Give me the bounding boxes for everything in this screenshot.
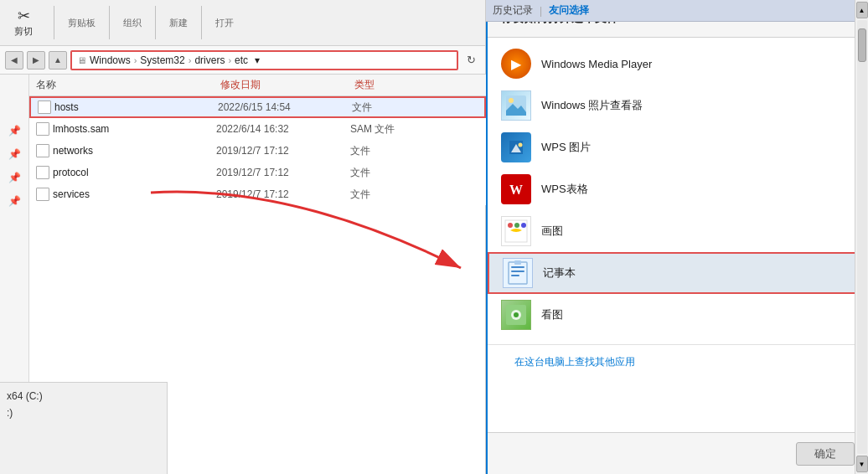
svg-text:W: W [509,183,523,197]
app-name-paint: 画图 [541,224,563,239]
toolbar: ✂ 剪切 剪贴板 组织 新建 打开 [0,0,485,46]
app-name-wps-img: WPS 图片 [541,140,591,155]
file-date-lmhosts: 2022/6/14 16:32 [216,123,350,135]
bottom-item-d[interactable]: :) [7,404,160,421]
svg-rect-14 [511,275,519,276]
file-type-lmhosts: SAM 文件 [350,122,434,137]
path-part-drivers: drivers [194,54,225,66]
app-item-wps-img[interactable]: WPS 图片 [488,126,868,168]
app-item-viewer[interactable]: 看图 [488,294,868,336]
file-row-lmhosts[interactable]: lmhosts.sam 2022/6/14 16:32 SAM 文件 [29,118,486,140]
forward-button[interactable]: ▶ [27,51,45,70]
clipboard-label: 剪贴板 [68,17,96,29]
toolbar-separator-3 [155,6,156,39]
file-row-networks[interactable]: networks 2019/12/7 17:12 文件 [29,140,486,162]
file-icon-hosts [38,100,51,114]
svg-point-8 [508,223,513,228]
app-item-wmp[interactable]: ▶ Windows Media Player [488,43,868,85]
top-right-bar: 历史记录 | 友问选择 [486,0,855,22]
wps-sheet-icon: W [501,174,531,204]
sep1: › [134,55,137,65]
address-bar: ◀ ▶ ▲ 🖥 Windows › System32 › drivers › e… [0,46,485,75]
file-row-services[interactable]: services 2019/12/7 17:12 文件 [29,183,486,205]
file-type-networks: 文件 [350,144,434,158]
back-button[interactable]: ◀ [5,51,23,70]
app-icon-notepad-container [503,258,533,288]
file-name-protocol: protocol [53,167,216,178]
app-icon-viewer-container [501,300,531,330]
path-part-etc: etc [235,54,248,66]
cut-icon: ✂ [18,8,30,23]
sep3: › [228,55,231,65]
file-row-protocol[interactable]: protocol 2019/12/7 17:12 文件 [29,162,486,183]
svg-rect-13 [511,270,524,272]
svg-point-10 [521,223,526,228]
pin-4[interactable]: 📌 [8,195,20,207]
up-button[interactable]: ▲ [49,51,67,70]
pin-1[interactable]: 📌 [8,125,20,137]
app-icon-wmp: ▶ [501,49,531,79]
app-icon-photos [501,90,531,121]
file-icon-networks [36,144,49,157]
open-with-panel: 你要如何打开这个文件? ▶ Windows Media Player W [486,0,868,474]
paint-icon [501,216,531,246]
history-label[interactable]: 历史记录 [493,3,533,18]
viewer-icon [501,300,531,330]
pin-3[interactable]: 📌 [8,172,20,183]
app-item-paint[interactable]: 画图 [488,210,868,252]
path-part-system32: System32 [140,54,184,66]
app-item-wps-sheet[interactable]: W WPS表格 [488,168,868,210]
file-name-services: services [53,188,216,200]
col-type-header[interactable]: 类型 [354,78,438,92]
svg-rect-12 [511,266,524,268]
top-bar-sep: | [540,5,542,17]
confirm-button[interactable]: 确定 [796,442,855,466]
organize-label: 组织 [123,17,142,29]
svg-point-9 [514,223,519,228]
scrollbar[interactable]: ▲ ▼ [855,0,868,474]
owp-footer: 确定 [488,432,868,474]
app-item-notepad[interactable]: 记事本 [488,252,868,294]
file-date-networks: 2019/12/7 17:12 [216,145,350,157]
app-icon-wps-img-container [501,132,531,162]
scroll-up-button[interactable]: ▲ [856,2,868,18]
wps-img-icon [501,132,531,162]
notepad-icon [503,258,533,288]
find-apps-link[interactable]: 在这台电脑上查找其他应用 [501,349,648,374]
scroll-down-button[interactable]: ▼ [856,456,868,472]
svg-point-18 [514,312,519,317]
scroll-thumb[interactable] [858,28,866,62]
app-item-photos[interactable]: Windows 照片查看器 [488,85,868,126]
path-icon: 🖥 [77,55,86,65]
pin-2[interactable]: 📌 [8,148,20,160]
photos-icon [501,90,531,121]
app-name-wps-sheet: WPS表格 [541,182,588,197]
path-dropdown[interactable]: ▾ [255,54,260,66]
find-apps-container: 在这台电脑上查找其他应用 [488,348,868,376]
column-headers: 名称 修改日期 类型 [29,75,486,96]
wmp-icon: ▶ [501,49,531,79]
file-explorer: ✂ 剪切 剪贴板 组织 新建 打开 ◀ ▶ ▲ 🖥 Windows › Syst… [0,0,486,474]
file-name-networks: networks [53,145,216,157]
cut-button[interactable]: ✂ 剪切 [7,7,40,39]
file-date-protocol: 2019/12/7 17:12 [216,167,350,178]
app-name-notepad: 记事本 [543,265,576,281]
divider-1 [488,344,868,345]
file-name-hosts: hosts [54,101,218,113]
file-icon-lmhosts [36,122,49,136]
new-label: 新建 [169,17,188,29]
svg-point-5 [519,143,523,147]
col-name-header[interactable]: 名称 [36,78,220,92]
sep2: › [189,55,192,65]
file-row-hosts[interactable]: hosts 2022/6/15 14:54 文件 [29,96,486,118]
file-name-lmhosts: lmhosts.sam [53,123,216,135]
file-list: hosts 2022/6/15 14:54 文件 lmhosts.sam 202… [29,96,486,205]
refresh-button[interactable]: ↻ [462,51,480,70]
friends-label[interactable]: 友问选择 [549,3,589,18]
app-name-viewer: 看图 [541,307,563,322]
file-icon-services [36,188,49,201]
bottom-item-c[interactable]: x64 (C:) [7,388,160,404]
address-path[interactable]: 🖥 Windows › System32 › drivers › etc ▾ [70,50,458,70]
file-type-hosts: 文件 [352,100,436,115]
col-date-header[interactable]: 修改日期 [220,78,354,92]
